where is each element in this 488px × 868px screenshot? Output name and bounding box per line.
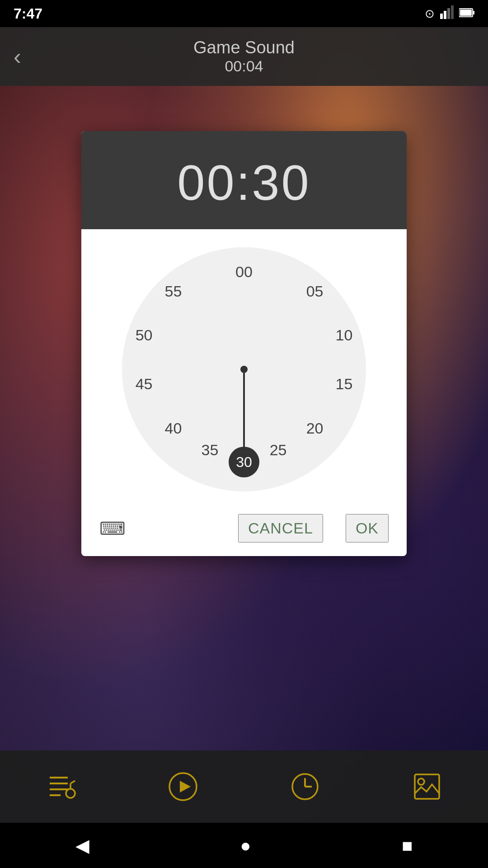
- svg-rect-19: [415, 774, 439, 799]
- clock-num-35[interactable]: 35: [201, 441, 218, 459]
- play-nav-item[interactable]: [167, 771, 199, 802]
- clock-num-25[interactable]: 25: [270, 441, 287, 459]
- clock-num-00[interactable]: 00: [235, 263, 253, 281]
- clock-num-20[interactable]: 20: [306, 419, 324, 437]
- dialog-body: 00 05 10 15 20 25 30 35: [81, 229, 407, 505]
- svg-point-11: [66, 789, 75, 798]
- circular-arrow-icon: ⊙: [425, 7, 435, 21]
- dialog-actions: CANCEL OK: [238, 514, 389, 542]
- svg-point-20: [418, 778, 424, 785]
- svg-line-13: [70, 781, 75, 783]
- svg-rect-1: [444, 11, 446, 19]
- selected-time-label: 30: [236, 454, 252, 471]
- cancel-button[interactable]: CANCEL: [238, 514, 323, 542]
- bottom-nav: [0, 750, 488, 823]
- dialog-header: 00:30: [81, 131, 407, 229]
- clock-num-40[interactable]: 40: [164, 419, 182, 437]
- svg-marker-15: [180, 781, 191, 793]
- back-system-button[interactable]: ◀: [75, 835, 89, 856]
- svg-rect-0: [440, 14, 443, 19]
- svg-rect-3: [451, 5, 454, 19]
- gallery-nav-item[interactable]: [411, 771, 443, 802]
- status-bar: 7:47 ⊙: [0, 0, 488, 27]
- clock-num-05[interactable]: 05: [306, 283, 324, 300]
- clock-circle[interactable]: 00 05 10 15 20 25 30 35: [122, 247, 366, 491]
- svg-rect-5: [473, 11, 474, 14]
- title-wrap: Game Sound 00:04: [193, 38, 295, 75]
- track-title: Game Sound: [193, 38, 295, 57]
- clock-num-50[interactable]: 50: [136, 326, 153, 344]
- back-button[interactable]: ‹: [14, 43, 21, 70]
- svg-rect-2: [447, 8, 450, 19]
- battery-icon: [459, 7, 474, 21]
- system-nav: ◀ ● ■: [0, 823, 488, 868]
- keyboard-icon[interactable]: ⌨: [99, 518, 126, 539]
- svg-rect-6: [460, 9, 472, 16]
- time-picker-dialog: 00:30 00 05 10 15 20 25: [81, 131, 407, 556]
- playlist-nav-item[interactable]: [45, 771, 77, 802]
- clock-num-15[interactable]: 15: [335, 375, 352, 393]
- clock-num-45[interactable]: 45: [136, 375, 153, 393]
- dialog-display-time: 00:30: [108, 154, 380, 211]
- recent-system-button[interactable]: ■: [402, 835, 413, 856]
- clock-num-10[interactable]: 10: [335, 326, 352, 344]
- ok-button[interactable]: OK: [346, 514, 389, 542]
- main-content: 00:30 00 05 10 15 20 25: [0, 86, 488, 741]
- clock-nav-item[interactable]: [289, 771, 321, 802]
- dialog-footer: ⌨ CANCEL OK: [81, 505, 407, 556]
- status-icons: ⊙: [425, 5, 474, 22]
- clock-num-55[interactable]: 55: [164, 283, 182, 300]
- track-duration: 00:04: [193, 57, 295, 75]
- home-system-button[interactable]: ●: [240, 835, 251, 856]
- signal-icon: [440, 5, 454, 22]
- clock-hand: [243, 369, 245, 455]
- status-time: 7:47: [14, 5, 42, 22]
- top-bar: ‹ Game Sound 00:04: [0, 27, 488, 86]
- clock-face[interactable]: 00 05 10 15 20 25 30 35: [122, 247, 366, 491]
